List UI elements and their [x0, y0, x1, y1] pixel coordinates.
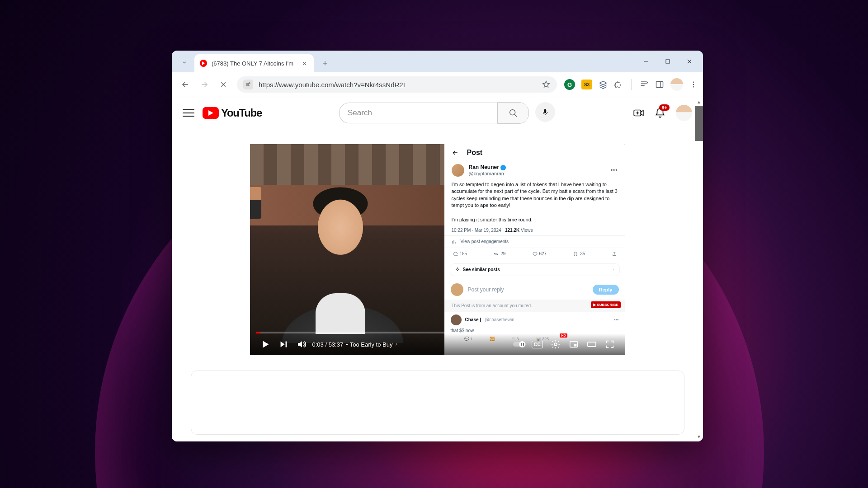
browser-tab-active[interactable]: (6783) The ONLY 7 Altcoins I'm ✕	[194, 54, 314, 72]
tweet-author-name: Ran Neuner	[469, 164, 506, 171]
svg-rect-15	[521, 343, 522, 346]
verified-badge-icon	[500, 165, 506, 170]
reply-placeholder: Post your reply	[468, 286, 588, 293]
reply-item: Chase | @chasethewin •••	[444, 312, 625, 328]
scrollbar-thumb[interactable]	[695, 106, 703, 141]
nav-forward-button[interactable]	[196, 76, 212, 93]
reply-button: Reply	[593, 285, 619, 295]
tweet-body-1: I'm so tempted to degen into a list of t…	[444, 179, 625, 211]
side-panel-icon[interactable]	[655, 80, 664, 89]
youtube-play-icon	[203, 107, 219, 119]
search-input[interactable]: Search	[339, 103, 497, 123]
search-icon	[508, 108, 518, 118]
bookmark-icon	[573, 251, 578, 257]
tweet-header-title: Post	[467, 149, 483, 157]
notifications-button[interactable]: 9+	[654, 107, 666, 119]
window-close-button[interactable]	[679, 52, 700, 70]
next-button[interactable]	[274, 335, 292, 353]
svg-point-2	[249, 83, 250, 84]
create-button[interactable]	[632, 107, 644, 119]
youtube-page: YouTube Search	[172, 97, 703, 441]
extension-grammarly-icon[interactable]: G	[564, 79, 575, 90]
stat-replies: 185	[453, 251, 467, 257]
extension-s3-icon[interactable]: S3	[581, 80, 592, 89]
cc-icon: CC	[532, 341, 543, 348]
svg-line-10	[514, 114, 517, 117]
extensions-puzzle-icon[interactable]	[614, 80, 623, 89]
scrollbar-up-arrow[interactable]: ▲	[696, 99, 702, 105]
share-icon	[612, 251, 617, 257]
address-bar: https://www.youtube.com/watch?v=Nkr4ssNd…	[172, 72, 703, 97]
video-pip-thumbnail	[250, 187, 261, 219]
reply-icon	[453, 251, 458, 257]
reply-avatar	[451, 314, 462, 325]
play-icon	[259, 338, 271, 350]
extensions-area: G S3	[564, 78, 698, 91]
chrome-menu-icon[interactable]	[689, 80, 698, 89]
extension-layers-icon[interactable]	[599, 80, 608, 89]
below-player-panel	[191, 371, 684, 435]
account-avatar[interactable]	[676, 105, 692, 121]
nav-stop-button[interactable]	[215, 76, 231, 93]
window-minimize-button[interactable]	[635, 52, 657, 70]
video-player[interactable]: Post Ran Neuner @cryptomanran ••• I'm so…	[250, 144, 625, 355]
heart-icon	[532, 251, 538, 257]
tab-title: (6783) The ONLY 7 Altcoins I'm	[212, 60, 297, 67]
chrome-window: (6783) The ONLY 7 Altcoins I'm ✕ ＋ https…	[172, 51, 703, 441]
youtube-header: YouTube Search	[172, 97, 703, 129]
star-icon[interactable]	[542, 80, 551, 89]
video-frame-presenter	[250, 144, 444, 355]
search-button[interactable]	[497, 102, 529, 124]
tab-search-button[interactable]	[178, 56, 191, 69]
play-button[interactable]	[256, 335, 274, 353]
chapter-label[interactable]: • Too Early to Buy	[346, 341, 399, 348]
svg-rect-1	[666, 60, 670, 63]
autoplay-toggle[interactable]	[510, 335, 528, 353]
window-maximize-button[interactable]	[657, 52, 679, 70]
fullscreen-button[interactable]	[601, 335, 619, 353]
fullscreen-icon	[605, 339, 615, 349]
subscribe-pill: ▶ SUBSCRIBE	[591, 301, 620, 308]
guide-menu-button[interactable]	[183, 107, 194, 119]
scrollbar-down-arrow[interactable]: ▼	[696, 433, 702, 440]
subtitles-button[interactable]: CC	[528, 335, 547, 353]
voice-search-button[interactable]	[535, 102, 555, 122]
new-tab-button[interactable]: ＋	[318, 56, 332, 70]
stat-retweets: 29	[493, 251, 505, 257]
stat-likes: 627	[532, 251, 547, 257]
svg-point-7	[693, 84, 694, 85]
svg-point-6	[693, 81, 694, 83]
hd-badge: HD	[560, 333, 567, 338]
chevron-right-icon	[394, 342, 399, 347]
chrome-profile-avatar[interactable]	[670, 78, 683, 91]
next-icon	[278, 339, 288, 349]
sparkle-icon	[455, 267, 460, 272]
search-box: Search	[339, 102, 529, 124]
tweet-body-2: I'm playing it smarter this time round.	[444, 215, 625, 225]
tab-close-button[interactable]: ✕	[300, 59, 308, 67]
miniplayer-icon	[569, 339, 579, 349]
tweet-author-handle: @cryptomanran	[469, 171, 506, 177]
tweet-meta: 10:22 PM · Mar 19, 2024 · 121.2K Views	[444, 225, 625, 235]
stat-share	[612, 251, 617, 257]
omnibox[interactable]: https://www.youtube.com/watch?v=Nkr4ssNd…	[237, 76, 557, 93]
nav-back-button[interactable]	[177, 76, 193, 93]
search-container: Search	[270, 102, 624, 124]
microphone-icon	[541, 108, 549, 116]
youtube-favicon	[200, 60, 207, 67]
reply-self-avatar	[451, 283, 463, 296]
volume-button[interactable]	[292, 335, 311, 353]
miniplayer-button[interactable]	[565, 335, 583, 353]
reading-list-icon[interactable]	[640, 80, 649, 89]
theater-icon	[586, 339, 597, 350]
retweet-icon	[493, 251, 499, 257]
theater-button[interactable]	[583, 335, 601, 353]
window-controls	[635, 51, 700, 72]
youtube-logo[interactable]: YouTube	[203, 107, 262, 119]
reply-compose-row: Post your reply Reply	[444, 280, 625, 300]
tweet-header: Post	[444, 144, 625, 161]
tweet-author-avatar	[452, 164, 464, 177]
settings-button[interactable]: HD	[547, 335, 565, 353]
svg-rect-19	[574, 344, 576, 347]
site-info-button[interactable]	[243, 80, 253, 89]
